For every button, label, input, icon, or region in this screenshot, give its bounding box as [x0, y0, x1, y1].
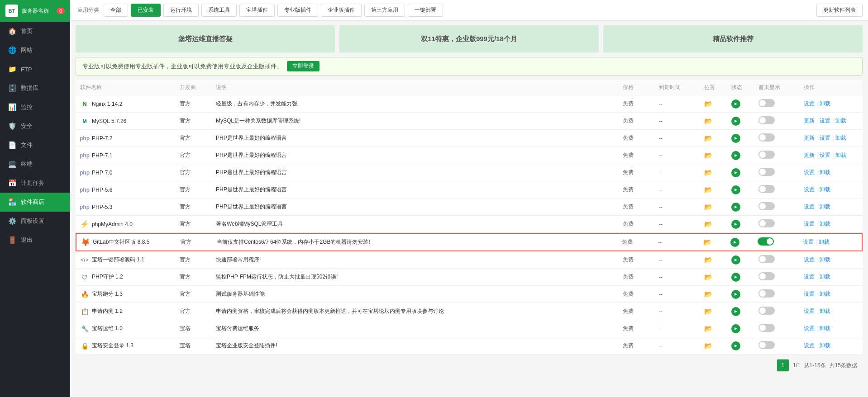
run-button[interactable]: ▶ — [731, 117, 740, 126]
settings-link[interactable]: 设置 — [820, 117, 830, 125]
run-button[interactable]: ▶ — [731, 273, 740, 282]
sidebar-item-files[interactable]: 📄 文件 — [0, 136, 70, 155]
notice-bar: 专业版可以免费使用专业版插件，企业版可以免费使用专业版及企业版插件。 立即登录 — [76, 57, 863, 76]
run-button[interactable]: ▶ — [731, 341, 740, 350]
settings-link[interactable]: 设置 — [804, 290, 815, 298]
uninstall-link[interactable]: 卸载 — [835, 134, 846, 142]
total-count: 共15条数据 — [830, 362, 857, 369]
action-links: 更新|设置|卸载 — [804, 151, 858, 159]
sidebar-item-settings[interactable]: ⚙️ 面板设置 — [0, 212, 70, 231]
run-button[interactable]: ▶ — [731, 185, 740, 194]
software-table: 软件名称 开发商 说明 价格 到期时间 位置 状态 首页显示 操作 N Ngin… — [76, 80, 863, 354]
uninstall-link[interactable]: 卸载 — [820, 342, 830, 350]
update-link[interactable]: 更新 — [804, 117, 815, 125]
sidebar-item-monitor[interactable]: 📊 监控 — [0, 98, 70, 117]
nginx-icon: N — [80, 99, 89, 109]
banner-recommend[interactable]: 精品软件推荐 — [603, 25, 863, 52]
sidebar-item-security[interactable]: 🛡️ 安全 — [0, 117, 70, 136]
uninstall-link[interactable]: 卸载 — [820, 220, 830, 228]
settings-link[interactable]: 设置 — [804, 220, 815, 228]
run-button[interactable]: ▶ — [731, 203, 740, 212]
login-button[interactable]: 立即登录 — [287, 61, 320, 71]
tab-pro-plugins[interactable]: 专业版插件 — [277, 4, 318, 17]
settings-link[interactable]: 设置 — [803, 238, 814, 246]
settings-link[interactable]: 设置 — [804, 342, 815, 350]
tab-enterprise-plugins[interactable]: 企业版插件 — [321, 4, 362, 17]
sidebar-item-logout[interactable]: 🚪 退出 — [0, 231, 70, 250]
run-button[interactable]: ▶ — [731, 255, 740, 265]
settings-link[interactable]: 设置 — [804, 203, 815, 211]
uninstall-link[interactable]: 卸载 — [819, 238, 830, 246]
run-button[interactable]: ▶ — [731, 307, 740, 316]
sidebar-item-terminal[interactable]: 💻 终端 — [0, 155, 70, 174]
home-toggle[interactable] — [758, 255, 775, 263]
run-button[interactable]: ▶ — [731, 290, 740, 299]
uninstall-link[interactable]: 卸载 — [820, 169, 830, 176]
uninstall-link[interactable]: 卸载 — [820, 325, 830, 332]
home-toggle[interactable] — [758, 168, 775, 176]
home-toggle[interactable] — [758, 151, 775, 159]
mysql-icon: M — [80, 117, 89, 126]
run-button[interactable]: ▶ — [731, 151, 740, 160]
settings-link[interactable]: 设置 — [820, 151, 830, 159]
uninstall-link[interactable]: 卸载 — [835, 151, 846, 159]
speedtest-icon: 🔥 — [80, 290, 89, 299]
sidebar-item-website[interactable]: 🌐 网站 — [0, 41, 70, 60]
home-toggle[interactable] — [758, 185, 775, 193]
action-links: 设置|卸载 — [803, 238, 857, 246]
run-button[interactable]: ▶ — [731, 99, 740, 109]
run-button[interactable]: ▶ — [731, 324, 740, 333]
update-link[interactable]: 更新 — [804, 151, 815, 159]
update-list-button[interactable]: 更新软件列表 — [816, 4, 863, 17]
sidebar-item-database[interactable]: 🗄️ 数据库 — [0, 79, 70, 98]
settings-link[interactable]: 设置 — [804, 325, 815, 332]
uninstall-link[interactable]: 卸载 — [820, 256, 830, 264]
uninstall-link[interactable]: 卸载 — [820, 307, 830, 315]
home-toggle[interactable] — [758, 202, 775, 210]
update-link[interactable]: 更新 — [804, 134, 815, 142]
settings-link[interactable]: 设置 — [804, 169, 815, 176]
sidebar-item-crontab[interactable]: 📅 计划任务 — [0, 174, 70, 193]
uninstall-link[interactable]: 卸载 — [820, 203, 830, 211]
settings-link[interactable]: 设置 — [804, 186, 815, 194]
settings-link[interactable]: 设置 — [820, 134, 830, 142]
home-toggle[interactable] — [758, 324, 775, 332]
run-button[interactable]: ▶ — [731, 134, 740, 143]
tab-all[interactable]: 全部 — [104, 4, 128, 17]
home-toggle[interactable] — [758, 99, 775, 107]
uninstall-link[interactable]: 卸载 — [820, 273, 830, 281]
home-toggle-on[interactable] — [758, 237, 774, 246]
sidebar-item-softstore[interactable]: 🏪 软件商店 — [0, 193, 70, 212]
tab-third-party[interactable]: 第三方应用 — [364, 4, 405, 17]
home-toggle[interactable] — [758, 116, 775, 124]
banner-maintenance[interactable]: 堡塔运维直播答疑 — [76, 25, 335, 52]
uninstall-link[interactable]: 卸载 — [820, 290, 830, 298]
uninstall-link[interactable]: 卸载 — [820, 186, 830, 194]
run-button[interactable]: ▶ — [731, 220, 740, 229]
home-toggle[interactable] — [758, 272, 775, 280]
run-button[interactable]: ▶ — [730, 238, 739, 247]
crontab-icon: 📅 — [8, 179, 16, 187]
settings-link[interactable]: 设置 — [804, 307, 815, 315]
run-button[interactable]: ▶ — [731, 168, 740, 177]
home-toggle[interactable] — [758, 219, 775, 227]
settings-link[interactable]: 设置 — [804, 256, 815, 264]
banner-promo[interactable]: 双11特惠，企业版999元/18个月 — [339, 25, 599, 52]
uninstall-link[interactable]: 卸载 — [820, 100, 830, 108]
home-toggle[interactable] — [758, 289, 775, 298]
uninstall-link[interactable]: 卸载 — [835, 117, 846, 125]
sidebar-item-ftp[interactable]: 📁 FTP — [0, 60, 70, 79]
tab-runtime[interactable]: 运行环境 — [163, 4, 199, 17]
tab-system-tools[interactable]: 系统工具 — [201, 4, 237, 17]
sidebar-item-home[interactable]: 🏠 首页 — [0, 22, 70, 41]
page-1-button[interactable]: 1 — [777, 359, 789, 372]
database-icon: 🗄️ — [8, 84, 16, 92]
home-toggle[interactable] — [758, 341, 775, 349]
home-toggle[interactable] — [758, 133, 775, 142]
tab-bt-plugins[interactable]: 宝塔插件 — [239, 4, 275, 17]
tab-installed[interactable]: 已安装 — [131, 4, 161, 17]
settings-link[interactable]: 设置 — [804, 100, 815, 108]
settings-link[interactable]: 设置 — [804, 273, 815, 281]
tab-one-click[interactable]: 一键部署 — [408, 4, 443, 17]
home-toggle[interactable] — [758, 307, 775, 315]
